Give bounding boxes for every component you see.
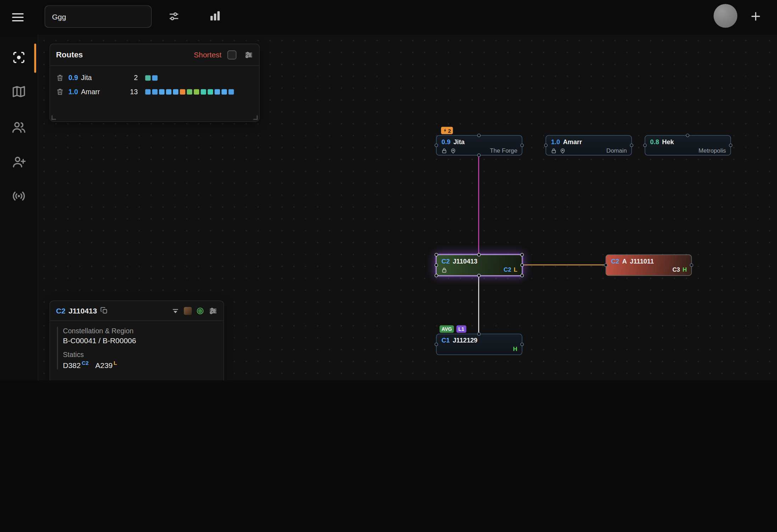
connection-point[interactable] — [729, 143, 732, 147]
connection-point[interactable] — [477, 153, 481, 157]
lock-icon — [550, 147, 557, 154]
map-node-j112129[interactable]: AVG L1 C1 J112129 H — [436, 334, 522, 355]
map-edge-jita-j110413[interactable] — [478, 155, 479, 255]
system-info-header[interactable]: C2 J110413 — [50, 301, 223, 321]
connection-point[interactable] — [686, 134, 689, 137]
static-entry: D382C2 — [63, 361, 89, 369]
map-node-j111011[interactable]: C2 A J111011 C3 H — [605, 255, 692, 276]
map-node-amarr[interactable]: 1.0 Amarr Domain — [546, 135, 632, 155]
route-hop-square — [145, 75, 151, 80]
route-hop-square — [214, 89, 220, 94]
connection-point[interactable] — [643, 143, 647, 147]
system-name: J110413 — [453, 257, 477, 265]
map-node-j110413[interactable]: C2 J110413 C2 L — [436, 255, 522, 276]
connection-point[interactable] — [690, 263, 693, 267]
sidebar-item-characters[interactable] — [11, 120, 26, 135]
effect-label: L — [514, 266, 517, 273]
target-tracking-icon[interactable] — [196, 306, 205, 315]
system-tag: A — [622, 257, 627, 265]
left-sidebar — [0, 35, 38, 380]
activity-stats-icon[interactable] — [208, 9, 222, 23]
location-pin-icon — [450, 147, 456, 154]
route-row: 1.0 Amarr 13 — [56, 85, 253, 98]
routes-settings-icon[interactable] — [244, 50, 253, 59]
route-hop-square — [166, 89, 171, 94]
route-hop-square — [180, 89, 185, 94]
kills-count: 2 — [448, 128, 451, 134]
delete-route-icon[interactable] — [56, 87, 64, 95]
static-entry: A239L — [95, 361, 117, 369]
security-status: 0.9 — [442, 138, 451, 146]
map-node-jita[interactable]: 2 0.9 Jita The Forge — [436, 135, 522, 155]
sidebar-item-maps[interactable] — [11, 84, 26, 99]
connection-point[interactable] — [477, 134, 481, 137]
selection-handle[interactable] — [520, 274, 524, 277]
menu-icon[interactable] — [9, 10, 27, 24]
connection-point[interactable] — [477, 274, 481, 277]
connection-point[interactable] — [435, 143, 438, 147]
selection-handle[interactable] — [435, 274, 438, 277]
collapse-icon[interactable] — [171, 306, 180, 315]
lock-icon — [441, 267, 447, 273]
connection-point[interactable] — [435, 263, 438, 267]
map-filters-icon[interactable] — [168, 10, 181, 24]
route-destination[interactable]: Amarr — [81, 87, 100, 95]
connection-point[interactable] — [477, 253, 481, 256]
delete-route-icon[interactable] — [56, 74, 64, 81]
routes-title: Routes — [56, 50, 83, 59]
connection-point[interactable] — [477, 332, 481, 336]
map-edge-j110413-j112129[interactable] — [478, 276, 479, 334]
connection-point[interactable] — [520, 343, 524, 346]
selected-system-name: J110413 — [68, 306, 97, 315]
lightning-icon — [443, 128, 448, 133]
system-effect-thumbnail[interactable] — [184, 307, 192, 315]
selection-handle[interactable] — [520, 253, 524, 256]
shortest-checkbox[interactable] — [228, 50, 236, 59]
connection-point[interactable] — [630, 143, 633, 147]
user-avatar[interactable] — [714, 4, 737, 28]
sidebar-item-add-character[interactable] — [11, 154, 26, 169]
connection-point[interactable] — [544, 143, 548, 147]
region-name: Domain — [606, 147, 627, 154]
route-hop-square — [208, 89, 213, 94]
sidebar-item-tracking[interactable] — [11, 50, 26, 65]
static-class-label: C2 — [504, 266, 511, 273]
top-bar — [0, 0, 777, 35]
wormhole-class: C2 — [442, 257, 450, 265]
connection-point[interactable] — [604, 263, 608, 267]
resize-handle[interactable] — [51, 115, 56, 120]
route-security: 0.9 — [68, 74, 78, 81]
route-hop-square — [152, 89, 157, 94]
route-row: 0.9 Jita 2 — [56, 71, 253, 85]
region-section-label: Constellation & Region — [63, 327, 217, 335]
sidebar-item-broadcast[interactable] — [11, 189, 26, 204]
region-name: The Forge — [490, 147, 517, 154]
routes-panel-header[interactable]: Routes Shortest — [50, 44, 259, 66]
system-name: Hek — [662, 138, 674, 146]
connection-point[interactable] — [520, 263, 524, 267]
route-destination[interactable]: Jita — [81, 74, 92, 81]
map-node-hek[interactable]: 0.8 Hek Metropolis — [645, 135, 731, 155]
add-map-icon[interactable] — [749, 10, 763, 24]
selection-handle[interactable] — [435, 253, 438, 256]
route-hop-square — [222, 89, 227, 94]
wormhole-class: C1 — [442, 337, 450, 344]
security-label: H — [513, 346, 517, 353]
lock-icon — [441, 147, 447, 154]
location-pin-icon — [559, 147, 566, 154]
system-settings-icon[interactable] — [209, 306, 218, 315]
resize-handle[interactable] — [253, 115, 258, 120]
connection-point[interactable] — [520, 143, 524, 147]
map-edge-j110413-j111011[interactable] — [522, 265, 605, 266]
routes-mode-label: Shortest — [194, 51, 222, 59]
route-hop-square — [173, 89, 178, 94]
statics-section-label: Statics — [63, 351, 217, 358]
routes-panel: Routes Shortest 0.9 Jita 2 — [50, 44, 260, 122]
l1-badge: L1 — [457, 325, 466, 333]
wormhole-mapper-app: 2 0.9 Jita The Forge 1.0 Amarr Domain — [0, 0, 777, 380]
security-status: 0.8 — [650, 138, 659, 146]
avg-badge: AVG — [440, 325, 454, 333]
copy-icon[interactable] — [100, 306, 109, 315]
map-name-input[interactable] — [45, 5, 152, 28]
connection-point[interactable] — [435, 343, 438, 346]
